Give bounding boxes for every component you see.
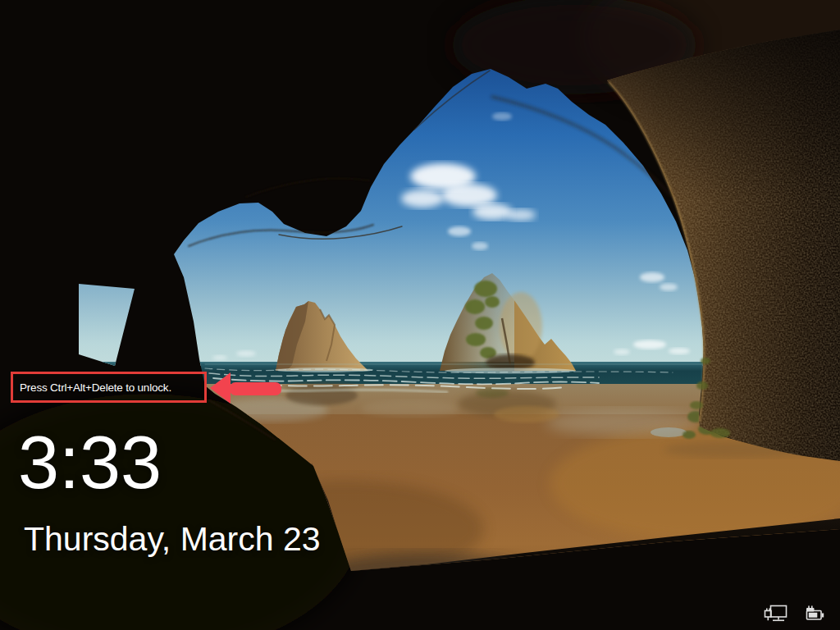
unlock-instruction-text: Press Ctrl+Alt+Delete to unlock.	[13, 381, 171, 394]
annotation-arrow-icon	[205, 368, 287, 408]
network-icon	[763, 602, 789, 623]
unlock-instruction-box: Press Ctrl+Alt+Delete to unlock.	[11, 372, 207, 403]
battery-charging-icon	[801, 604, 825, 623]
clock-date: Thursday, March 23	[24, 521, 321, 558]
clock-time: 3:33	[18, 426, 162, 500]
tide-pool	[651, 427, 687, 437]
lock-screen-status-tray	[763, 602, 825, 623]
lock-screen[interactable]: Press Ctrl+Alt+Delete to unlock. 3:33 Th…	[0, 0, 840, 630]
